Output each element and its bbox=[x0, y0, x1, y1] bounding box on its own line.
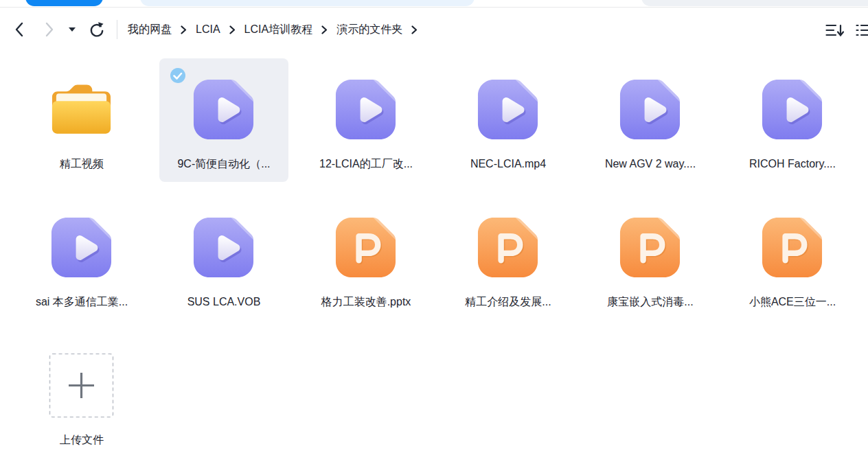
forward-icon bbox=[44, 21, 55, 38]
video-file-icon bbox=[475, 77, 540, 142]
file-name: 格力工装改善.pptx bbox=[303, 294, 429, 310]
file-name: NEC-LCIA.mp4 bbox=[445, 156, 571, 172]
video-file-icon bbox=[333, 77, 398, 142]
video-file-icon bbox=[617, 77, 683, 142]
file-card-ppt[interactable]: 小熊ACE三位一... bbox=[728, 196, 857, 320]
file-name: 小熊ACE三位一... bbox=[729, 294, 856, 310]
folder-icon bbox=[49, 81, 114, 139]
chevron-right-icon bbox=[321, 25, 328, 34]
file-card-ppt[interactable]: 精工介绍及发展... bbox=[444, 196, 573, 320]
file-name: sai 本多通信工業... bbox=[19, 294, 145, 310]
upload-tile[interactable]: 上传文件 bbox=[17, 334, 146, 451]
file-name: SUS LCA.VOB bbox=[161, 294, 287, 310]
forward-button[interactable] bbox=[43, 21, 56, 38]
file-card-video[interactable]: New AGV 2 way.... bbox=[586, 58, 715, 182]
topbar-search-input[interactable] bbox=[140, 0, 475, 6]
ppt-file-icon bbox=[760, 215, 825, 280]
list-view-icon bbox=[856, 24, 868, 37]
file-card-video[interactable]: NEC-LCIA.mp4 bbox=[444, 58, 573, 182]
breadcrumb-item-demo-folder[interactable]: 演示的文件夹 bbox=[336, 23, 402, 37]
file-card-video[interactable]: sai 本多通信工業... bbox=[17, 196, 146, 320]
file-card-folder[interactable]: 精工视频 bbox=[17, 58, 146, 182]
video-file-icon bbox=[49, 215, 114, 280]
file-name: 12-LCIA的工厂改... bbox=[303, 156, 429, 172]
breadcrumb-item-my-drive[interactable]: 我的网盘 bbox=[128, 23, 172, 37]
file-name: New AGV 2 way.... bbox=[587, 156, 713, 172]
ppt-file-icon bbox=[617, 215, 683, 280]
check-icon[interactable] bbox=[170, 68, 185, 83]
sort-button[interactable] bbox=[825, 23, 845, 37]
back-button[interactable] bbox=[12, 21, 26, 38]
file-name: 精工介绍及发展... bbox=[445, 294, 571, 310]
breadcrumb: 我的网盘 LCIA LCIA培训教程 演示的文件夹 bbox=[128, 22, 418, 37]
ppt-file-icon bbox=[475, 215, 540, 280]
topbar-divider bbox=[0, 7, 868, 8]
file-name: RICOH Factory.... bbox=[729, 156, 856, 172]
topbar-secondary-search[interactable] bbox=[641, 0, 868, 6]
breadcrumb-item-lcia[interactable]: LCIA bbox=[196, 23, 220, 36]
file-name: 精工视频 bbox=[19, 156, 145, 172]
ppt-file-icon bbox=[333, 215, 398, 280]
video-file-icon bbox=[191, 77, 256, 142]
upload-label: 上传文件 bbox=[19, 432, 145, 448]
refresh-icon bbox=[88, 21, 104, 38]
chevron-right-icon[interactable] bbox=[411, 25, 418, 34]
refresh-button[interactable] bbox=[88, 21, 104, 38]
file-name: 康宝嵌入式消毒... bbox=[587, 294, 713, 310]
topbar-primary-button[interactable] bbox=[25, 0, 103, 6]
plus-icon bbox=[69, 373, 94, 398]
file-name: 9C-简便自动化（... bbox=[161, 156, 287, 172]
sort-icon bbox=[825, 24, 845, 37]
chevron-right-icon bbox=[181, 25, 187, 34]
history-dropdown-caret-icon[interactable] bbox=[69, 27, 76, 32]
video-file-icon bbox=[191, 215, 256, 280]
file-card-video[interactable]: RICOH Factory.... bbox=[728, 58, 857, 182]
upload-button[interactable] bbox=[49, 353, 114, 418]
breadcrumb-item-lcia-training[interactable]: LCIA培训教程 bbox=[244, 23, 313, 37]
chevron-right-icon bbox=[229, 25, 236, 34]
file-card-video-selected[interactable]: 9C-简便自动化（... bbox=[159, 58, 288, 182]
file-card-video[interactable]: 12-LCIA的工厂改... bbox=[301, 58, 431, 182]
view-toggle-button[interactable] bbox=[856, 23, 868, 37]
back-icon bbox=[14, 21, 25, 38]
file-card-ppt[interactable]: 康宝嵌入式消毒... bbox=[586, 196, 715, 320]
file-card-video[interactable]: SUS LCA.VOB bbox=[159, 196, 288, 320]
toolbar-divider bbox=[117, 20, 117, 39]
video-file-icon bbox=[760, 77, 825, 142]
file-card-ppt[interactable]: 格力工装改善.pptx bbox=[301, 196, 431, 320]
